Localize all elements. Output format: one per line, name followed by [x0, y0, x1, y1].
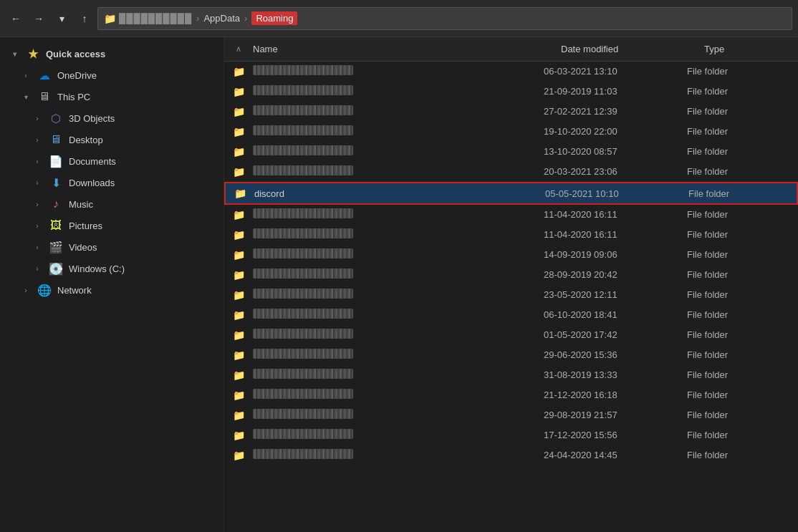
- table-row[interactable]: 📁11-04-2020 16:11File folder: [224, 205, 798, 225]
- file-name: [247, 145, 538, 158]
- address-bar[interactable]: 📁 ██████████ › AppData › Roaming: [97, 7, 792, 30]
- address-hidden: ██████████: [119, 13, 192, 24]
- column-date-header[interactable]: Date modified: [555, 44, 698, 54]
- folder-icon: 📁: [230, 410, 247, 421]
- column-type-header[interactable]: Type: [698, 44, 792, 54]
- sidebar-item-windows[interactable]: › 💽 Windows (C:): [0, 258, 223, 279]
- table-row[interactable]: 📁24-04-2020 14:45File folder: [224, 445, 798, 465]
- file-name: discord: [249, 188, 539, 199]
- file-date: 27-02-2021 12:39: [538, 106, 681, 117]
- table-row[interactable]: 📁23-05-2020 12:11File folder: [224, 285, 798, 305]
- folder-icon: 📁: [230, 66, 247, 77]
- pictures-label: Pictures: [69, 221, 215, 231]
- file-date: 19-10-2020 22:00: [538, 126, 681, 137]
- sidebar-item-music[interactable]: › ♪ Music: [0, 193, 223, 215]
- table-row[interactable]: 📁14-09-2019 09:06File folder: [224, 245, 798, 265]
- sidebar-item-downloads[interactable]: › ⬇ Downloads: [0, 172, 223, 193]
- desktop-arrow: ›: [32, 136, 43, 144]
- file-name: [247, 125, 538, 137]
- column-headers: ∧ Name Date modified Type: [224, 37, 798, 62]
- file-name: [247, 369, 538, 381]
- file-date: 21-09-2019 11:03: [538, 86, 681, 97]
- file-date: 29-08-2019 21:57: [538, 410, 681, 420]
- file-name: [247, 429, 538, 441]
- videos-label: Videos: [69, 242, 215, 253]
- sidebar-item-network[interactable]: › 🌐 Network: [0, 279, 223, 301]
- sidebar-item-pictures[interactable]: › 🖼 Pictures: [0, 215, 223, 236]
- table-row[interactable]: 📁06-03-2021 13:10File folder: [224, 62, 798, 82]
- table-row[interactable]: 📁21-09-2019 11:03File folder: [224, 82, 798, 102]
- file-type: File folder: [681, 369, 792, 380]
- table-row[interactable]: 📁27-02-2021 12:39File folder: [224, 102, 798, 122]
- file-date: 05-05-2021 10:10: [539, 188, 683, 199]
- folder-icon: 📁: [230, 106, 247, 117]
- sidebar-item-onedrive[interactable]: › ☁ OneDrive: [0, 64, 223, 86]
- table-row[interactable]: 📁06-10-2020 18:41File folder: [224, 305, 798, 325]
- folder-icon: 📁: [231, 188, 249, 199]
- 3d-icon: ⬡: [49, 111, 63, 125]
- main-container: ▾ ★ Quick access › ☁ OneDrive ▾ 🖥 This P…: [0, 37, 798, 532]
- column-name-header[interactable]: Name: [247, 44, 555, 54]
- desktop-icon: 🖥: [49, 132, 63, 147]
- folder-icon: 📁: [230, 229, 247, 241]
- table-row[interactable]: 📁discord05-05-2021 10:10File folder: [224, 182, 798, 205]
- file-name: [247, 349, 538, 361]
- folder-icon: 📁: [104, 13, 116, 24]
- file-type: File folder: [681, 269, 792, 280]
- file-type: File folder: [681, 349, 792, 360]
- file-type: File folder: [681, 450, 792, 460]
- folder-icon: 📁: [230, 329, 247, 341]
- sidebar-item-this-pc[interactable]: ▾ 🖥 This PC: [0, 86, 223, 107]
- windows-arrow: ›: [32, 265, 43, 273]
- file-name: [247, 329, 538, 341]
- table-row[interactable]: 📁19-10-2020 22:00File folder: [224, 122, 798, 142]
- sidebar-item-desktop[interactable]: › 🖥 Desktop: [0, 129, 223, 150]
- folder-icon: 📁: [230, 166, 247, 178]
- up-button[interactable]: ↑: [74, 9, 95, 29]
- table-row[interactable]: 📁29-06-2020 15:36File folder: [224, 345, 798, 365]
- file-date: 13-10-2020 08:57: [538, 146, 681, 157]
- file-date: 17-12-2020 15:56: [538, 430, 681, 440]
- content-area: ∧ Name Date modified Type 📁06-03-2021 13…: [224, 37, 798, 532]
- file-date: 21-12-2020 16:18: [538, 390, 681, 400]
- address-current[interactable]: Roaming: [251, 11, 297, 25]
- downloads-icon: ⬇: [49, 175, 63, 190]
- desktop-label: Desktop: [69, 135, 215, 145]
- cloud-icon: ☁: [37, 68, 52, 82]
- separator-2: ›: [244, 13, 247, 24]
- file-type: File folder: [681, 390, 792, 400]
- file-date: 20-03-2021 23:06: [538, 166, 681, 177]
- folder-icon: 📁: [230, 369, 247, 381]
- table-row[interactable]: 📁31-08-2019 13:33File folder: [224, 365, 798, 385]
- sidebar-item-videos[interactable]: › 🎬 Videos: [0, 236, 223, 258]
- file-date: 23-05-2020 12:11: [538, 289, 681, 300]
- documents-icon: 📄: [49, 154, 63, 168]
- folder-icon: 📁: [230, 450, 247, 461]
- table-row[interactable]: 📁29-08-2019 21:57File folder: [224, 405, 798, 425]
- this-pc-label: This PC: [57, 92, 215, 102]
- folder-icon: 📁: [230, 249, 247, 261]
- table-row[interactable]: 📁01-05-2020 17:42File folder: [224, 325, 798, 345]
- back-button[interactable]: ←: [6, 9, 26, 29]
- file-date: 28-09-2019 20:42: [538, 269, 681, 280]
- folder-icon: 📁: [230, 86, 247, 97]
- file-date: 01-05-2020 17:42: [538, 329, 681, 340]
- downloads-arrow: ›: [32, 179, 43, 187]
- table-row[interactable]: 📁17-12-2020 15:56File folder: [224, 425, 798, 445]
- table-row[interactable]: 📁13-10-2020 08:57File folder: [224, 142, 798, 162]
- sidebar-item-3d-objects[interactable]: › ⬡ 3D Objects: [0, 107, 223, 129]
- quick-access-label: Quick access: [46, 49, 215, 59]
- table-row[interactable]: 📁11-04-2020 16:11File folder: [224, 225, 798, 245]
- separator-1: ›: [196, 13, 199, 24]
- dropdown-button[interactable]: ▾: [52, 9, 72, 29]
- forward-button[interactable]: →: [29, 9, 49, 29]
- file-name: [247, 389, 538, 401]
- star-icon: ★: [26, 47, 40, 61]
- address-appdata[interactable]: AppData: [203, 13, 240, 24]
- table-row[interactable]: 📁21-12-2020 16:18File folder: [224, 385, 798, 405]
- sidebar-item-quick-access[interactable]: ▾ ★ Quick access: [0, 43, 223, 64]
- table-row[interactable]: 📁20-03-2021 23:06File folder: [224, 162, 798, 182]
- sidebar-item-documents[interactable]: › 📄 Documents: [0, 150, 223, 172]
- file-type: File folder: [681, 430, 792, 440]
- table-row[interactable]: 📁28-09-2019 20:42File folder: [224, 265, 798, 285]
